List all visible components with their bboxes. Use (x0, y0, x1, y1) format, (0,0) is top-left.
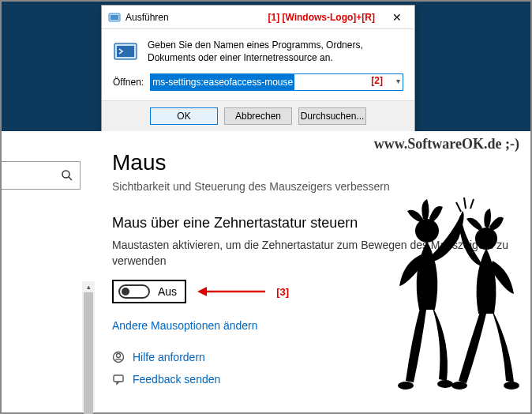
feedback-label: Feedback senden (133, 373, 220, 386)
annotation-3: [3] (276, 286, 289, 298)
search-box-fragment[interactable] (2, 161, 81, 190)
open-label: Öffnen: (113, 77, 144, 88)
decorative-silhouette (384, 183, 526, 405)
svg-point-9 (117, 354, 121, 358)
svg-line-17 (456, 202, 461, 212)
svg-point-11 (415, 219, 439, 243)
svg-point-4 (62, 171, 69, 178)
help-label: Hilfe anfordern (133, 351, 205, 363)
cancel-button[interactable]: Abbrechen (224, 107, 292, 125)
svg-line-19 (470, 199, 474, 209)
toggle-state-label: Aus (158, 285, 177, 298)
watermark-text: www.SoftwareOK.de ;-) (374, 136, 519, 152)
svg-rect-1 (111, 15, 118, 20)
svg-point-13 (437, 380, 453, 388)
svg-line-18 (464, 198, 466, 209)
chevron-down-icon[interactable]: ▾ (396, 77, 400, 85)
toggle-knob (122, 288, 129, 295)
svg-point-16 (504, 382, 519, 390)
run-input-row: Öffnen: ms-settings:easeofaccess-mouse [… (102, 67, 414, 100)
run-description: Geben Sie den Namen eines Programms, Ord… (148, 39, 403, 64)
page-title: Maus (112, 150, 511, 175)
run-dialog: Ausführen [1] [Windows-Logo]+[R] ✕ Geben… (101, 5, 415, 137)
svg-point-12 (398, 382, 414, 390)
help-icon (112, 351, 125, 363)
run-title-icon (108, 11, 121, 24)
browse-button[interactable]: Durchsuchen... (298, 107, 366, 125)
svg-point-14 (475, 228, 497, 250)
mouse-keys-toggle[interactable] (118, 284, 150, 299)
annotation-2: [2] (371, 75, 383, 86)
search-icon (61, 169, 73, 182)
run-program-icon (113, 39, 138, 64)
annotation-1: [1] [Windows-Logo]+[R] (268, 12, 375, 23)
svg-marker-7 (197, 287, 207, 296)
ok-button[interactable]: OK (150, 107, 218, 125)
svg-point-15 (451, 382, 467, 390)
toggle-highlight-box: Aus (112, 280, 186, 303)
left-panel-fragment (2, 131, 81, 412)
run-input-selection: ms-settings:easeofaccess-mouse (151, 74, 294, 90)
arrow-annotation (196, 284, 267, 299)
svg-rect-3 (117, 46, 134, 57)
run-body: Geben Sie den Namen eines Programms, Ord… (102, 29, 414, 67)
run-dialog-title: Ausführen (126, 12, 261, 23)
close-button[interactable]: ✕ (381, 6, 413, 28)
feedback-icon (112, 373, 125, 386)
run-titlebar: Ausführen [1] [Windows-Logo]+[R] ✕ (102, 6, 414, 29)
svg-rect-10 (114, 375, 123, 382)
svg-line-5 (69, 177, 72, 180)
